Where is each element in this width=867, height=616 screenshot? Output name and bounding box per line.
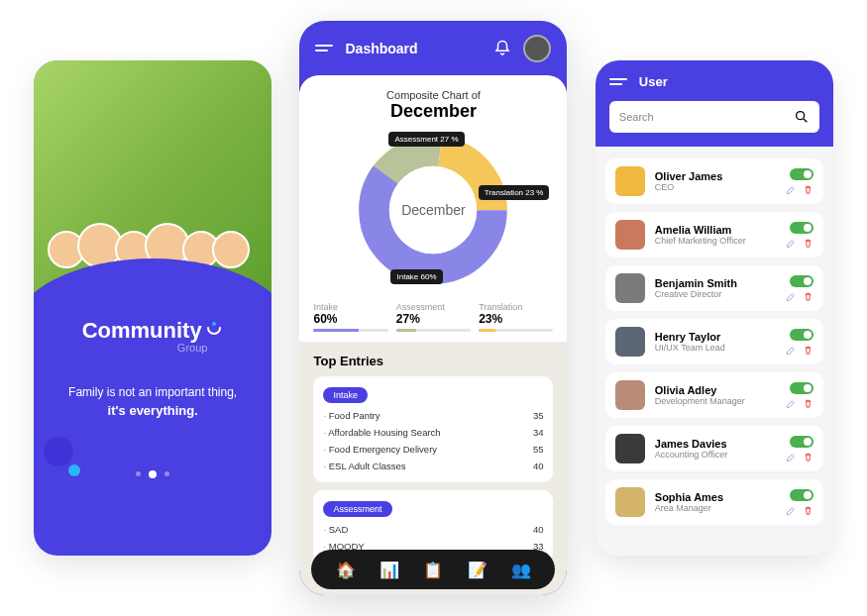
user-card[interactable]: Oliver James CEO <box>605 158 823 204</box>
stat-bar <box>313 329 387 332</box>
dashboard-screen: Dashboard Composite Chart of December De… <box>299 21 567 595</box>
user-actions <box>786 275 813 302</box>
stat-value: 23% <box>479 312 553 326</box>
user-role: Creative Director <box>655 289 776 299</box>
entry-value: 35 <box>533 410 544 421</box>
stats-row: Intake 60% Assessment 27% Translation 23… <box>313 302 553 332</box>
toggle-switch[interactable] <box>790 275 813 287</box>
user-card[interactable]: Amelia William Chief Marketing Officer <box>605 212 823 257</box>
chart-title: December <box>313 101 553 122</box>
entry-group: IntakeFood Pantry35Affordable Housing Se… <box>313 376 553 482</box>
home-icon[interactable]: 🏠 <box>336 561 356 579</box>
menu-icon[interactable] <box>609 78 627 85</box>
user-name: Oliver James <box>655 170 776 182</box>
stat-bar <box>396 329 471 332</box>
user-info: Benjamin Smith Creative Director <box>655 277 776 299</box>
delete-icon[interactable] <box>803 345 813 356</box>
users-header: User <box>596 60 833 147</box>
entry-value: 34 <box>533 427 544 438</box>
delete-icon[interactable] <box>803 238 813 249</box>
user-card[interactable]: James Davies Accounting Officer <box>605 426 823 471</box>
tagline: Family is not an important thing, it's e… <box>68 383 237 421</box>
user-actions <box>786 489 813 516</box>
page-dot[interactable] <box>136 471 141 476</box>
family-image-placeholder <box>54 150 252 268</box>
edit-icon[interactable] <box>786 345 797 356</box>
entry-row: Affordable Housing Search34 <box>323 424 543 441</box>
avatar[interactable] <box>523 35 551 62</box>
users-screen: User Oliver James CEO Amelia William Chi… <box>596 60 833 556</box>
user-avatar <box>615 273 645 303</box>
user-actions <box>786 222 813 249</box>
group-pill: Intake <box>323 387 368 403</box>
user-name: Henry Taylor <box>655 331 776 343</box>
user-actions <box>786 382 813 409</box>
stat-item: Translation 23% <box>479 302 553 332</box>
edit-icon[interactable] <box>786 238 797 249</box>
entry-label: SAD <box>323 524 348 535</box>
top-entries: Top Entries IntakeFood Pantry35Affordabl… <box>299 342 567 582</box>
edit-icon[interactable] <box>786 184 797 195</box>
entry-label: ESL Adult Classes <box>323 461 405 471</box>
top-entries-title: Top Entries <box>313 354 553 368</box>
search-input[interactable] <box>619 111 794 123</box>
user-card[interactable]: Benjamin Smith Creative Director <box>605 265 823 311</box>
search-box[interactable] <box>609 101 819 133</box>
chart-card: Composite Chart of December December Ass… <box>299 75 567 342</box>
toggle-switch[interactable] <box>790 436 813 448</box>
entry-label: Affordable Housing Search <box>323 427 440 438</box>
menu-icon[interactable] <box>315 45 333 51</box>
brand-logo: Community <box>82 318 224 344</box>
chart-icon[interactable]: 📊 <box>379 561 399 579</box>
user-card[interactable]: Henry Taylor UI/UX Team Lead <box>605 319 823 364</box>
user-card[interactable]: Olivia Adley Development Manager <box>605 372 823 418</box>
chart-chip-intake: Intake 60% <box>390 269 442 284</box>
user-card[interactable]: Sophia Ames Area Manager <box>605 479 823 525</box>
notes-icon[interactable]: 📝 <box>468 561 488 579</box>
welcome-screen: Community Group Family is not an importa… <box>34 60 271 556</box>
people-icon[interactable]: 👥 <box>511 561 531 579</box>
user-avatar <box>615 327 645 357</box>
list-icon[interactable]: 📋 <box>423 561 443 579</box>
search-icon[interactable] <box>794 109 810 125</box>
toggle-switch[interactable] <box>790 168 813 180</box>
toggle-switch[interactable] <box>790 382 813 394</box>
user-avatar <box>615 487 645 517</box>
user-actions <box>786 436 813 462</box>
page-title: Dashboard <box>345 41 482 56</box>
stat-item: Assessment 27% <box>396 302 471 332</box>
bell-icon[interactable] <box>493 40 511 57</box>
toggle-switch[interactable] <box>790 222 813 234</box>
donut-center-label: December <box>401 202 466 218</box>
user-name: James Davies <box>655 438 776 450</box>
page-dot-active[interactable] <box>149 470 157 478</box>
delete-icon[interactable] <box>803 398 813 409</box>
edit-icon[interactable] <box>786 291 797 302</box>
chart-chip-translation: Translation 23 % <box>479 185 550 200</box>
user-name: Olivia Adley <box>655 384 776 396</box>
delete-icon[interactable] <box>803 184 813 195</box>
delete-icon[interactable] <box>803 291 813 302</box>
entry-value: 55 <box>533 444 544 455</box>
entry-value: 40 <box>533 461 544 471</box>
entry-value: 40 <box>533 524 544 535</box>
entry-row: Food Emergency Delivery55 <box>323 441 543 458</box>
user-info: James Davies Accounting Officer <box>655 438 776 460</box>
user-info: Amelia William Chief Marketing Officer <box>655 224 776 246</box>
user-avatar <box>615 434 645 463</box>
page-title: User <box>639 74 668 89</box>
user-role: UI/UX Team Lead <box>655 343 776 353</box>
entry-label: Food Pantry <box>323 410 379 421</box>
donut-chart: December Assessment 27 % Translation 23 … <box>349 126 517 294</box>
toggle-switch[interactable] <box>790 489 813 501</box>
edit-icon[interactable] <box>786 452 797 462</box>
delete-icon[interactable] <box>803 505 813 516</box>
page-indicator[interactable] <box>136 470 169 478</box>
edit-icon[interactable] <box>786 398 797 409</box>
toggle-switch[interactable] <box>790 329 813 341</box>
chart-chip-assessment: Assessment 27 % <box>388 132 464 147</box>
user-info: Oliver James CEO <box>655 170 776 192</box>
edit-icon[interactable] <box>786 505 797 516</box>
page-dot[interactable] <box>164 471 169 476</box>
delete-icon[interactable] <box>803 452 813 462</box>
